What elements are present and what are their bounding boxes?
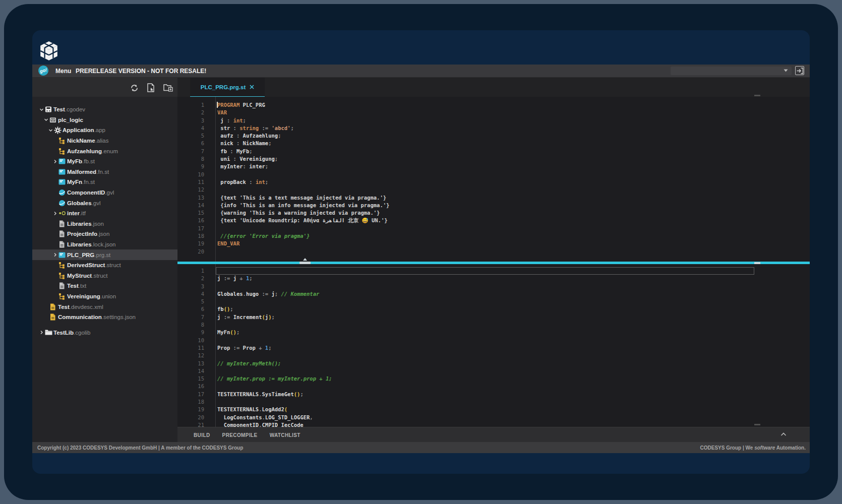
- sidebar: Test.cgodevplc_logicApplication.appNickN…: [32, 77, 177, 442]
- tree-item-extension: .prg.st: [94, 252, 110, 258]
- code-text: fb();: [215, 305, 233, 313]
- indent-spacer: [52, 283, 58, 289]
- open-external-button[interactable]: [795, 66, 804, 75]
- footer-brand-text: CODESYS Group | We software Automation.: [700, 445, 806, 451]
- st-file-icon: [58, 168, 67, 175]
- tree-item-name: DerivedStruct: [67, 262, 105, 268]
- line-number: 15: [177, 375, 215, 383]
- close-icon[interactable]: [250, 85, 254, 89]
- code-line: 10: [177, 337, 810, 344]
- tree-item[interactable]: Aufzaehlung.enum: [32, 146, 177, 156]
- tree-item[interactable]: Libraries.lock.json: [32, 239, 177, 250]
- tree-item[interactable]: Test.txt: [32, 281, 177, 291]
- code-text: [215, 248, 217, 256]
- tree-item[interactable]: Libraries.json: [32, 219, 177, 229]
- globe-icon: [58, 199, 67, 207]
- tab-plc-prg[interactable]: PLC_PRG.prg.st: [190, 78, 265, 97]
- tree-item[interactable]: Communication.settings.json: [32, 312, 177, 323]
- code-text: [215, 337, 217, 344]
- yellow-file-icon: [49, 303, 58, 310]
- menu-button[interactable]: Menu: [55, 65, 71, 77]
- gear-icon: [54, 127, 63, 134]
- chevron-down-icon: [784, 69, 788, 72]
- tree-item[interactable]: MyStruct.struct: [32, 271, 177, 281]
- chevron-right-icon[interactable]: [38, 329, 45, 336]
- code-pane-declarations[interactable]: 1PROGRAM PLC_PRG2VAR3 j : int;4 str : st…: [177, 97, 810, 262]
- code-line: 18: [177, 398, 810, 406]
- code-text: [215, 283, 217, 290]
- st-file-icon: [58, 158, 67, 165]
- chevron-right-icon[interactable]: [52, 251, 58, 258]
- tree-item-extension: .enum: [102, 148, 118, 154]
- new-folder-icon[interactable]: [163, 83, 173, 93]
- chevron-right-icon[interactable]: [52, 210, 58, 217]
- chevron-up-icon[interactable]: [780, 432, 787, 436]
- tree-item-name: Malformed: [67, 169, 96, 175]
- code-text: {info 'This is an info message injected …: [215, 202, 389, 209]
- panel-tab-build[interactable]: BUILD: [194, 432, 210, 438]
- tree-item-name: TestLib: [53, 330, 74, 336]
- st-file-icon: [58, 251, 67, 259]
- code-text: Prop := Prop + 1;: [215, 344, 272, 352]
- code-line: 7j := Increment(j);: [177, 313, 810, 321]
- code-text: ComponentID.CMPID_IecCode: [215, 421, 304, 427]
- code-line: 13 {text 'This is a text message injecte…: [177, 194, 810, 202]
- scrollbar-mark[interactable]: [754, 424, 760, 425]
- tree-item[interactable]: Vereinigung.union: [32, 291, 177, 302]
- tree-item[interactable]: MyFb.fb.st: [32, 156, 177, 167]
- tree-item[interactable]: ComponentID.gvl: [32, 187, 177, 198]
- tree-item[interactable]: Test.cgodev: [32, 104, 177, 115]
- line-number: 12: [177, 186, 215, 194]
- tree-item-extension: .itf: [80, 210, 86, 216]
- tree-item-name: Communication: [58, 314, 102, 320]
- chevron-down-icon[interactable]: [38, 106, 45, 113]
- code-line: 1PROGRAM PLC_PRG: [177, 101, 810, 109]
- tree-item[interactable]: Application.app: [32, 125, 177, 136]
- tree-item[interactable]: NickName.alias: [32, 136, 177, 146]
- tree-item[interactable]: ProjectInfo.json: [32, 229, 177, 239]
- panel-tab-watchlist[interactable]: WATCHLIST: [270, 432, 300, 438]
- tree-item[interactable]: DerivedStruct.struct: [32, 260, 177, 271]
- indent-spacer: [52, 220, 58, 227]
- refresh-icon[interactable]: [129, 83, 139, 93]
- line-number: 3: [177, 117, 215, 124]
- code-text: {text 'Unicode Roundtrip: Aθήνα القاهرة …: [215, 217, 388, 224]
- line-number: 10: [177, 171, 215, 178]
- tree-item[interactable]: Globales.gvl: [32, 198, 177, 208]
- chevron-down-icon[interactable]: [43, 116, 49, 123]
- tree-item[interactable]: PLC_PRG.prg.st: [32, 249, 177, 260]
- code-line: 9MyFn();: [177, 329, 810, 336]
- line-number: 20: [177, 248, 215, 256]
- tree-item-name: plc_logic: [58, 117, 83, 123]
- indent-spacer: [52, 179, 58, 185]
- file-icon: [58, 230, 67, 238]
- tree-item[interactable]: MyFn.fn.st: [32, 177, 177, 187]
- tree-item[interactable]: plc_logic: [32, 115, 177, 125]
- code-line: 9 myInter: inter;: [177, 163, 810, 170]
- new-file-icon[interactable]: [146, 83, 156, 93]
- code-pane-body[interactable]: 12j := j + 1;34Globales.hugo := j; // Ko…: [177, 264, 810, 427]
- tree-item-extension: .struct: [92, 273, 107, 279]
- code-text: // myInter.myMeth();: [215, 360, 281, 367]
- code-line: 18 //{error 'Error via pragma'}: [177, 232, 810, 240]
- code-line: 11 propBack : int;: [177, 178, 810, 186]
- chevron-down-icon[interactable]: [47, 127, 54, 134]
- code-line: 12: [177, 352, 810, 359]
- code-text: [215, 225, 217, 232]
- scrollbar-mark[interactable]: [754, 262, 760, 264]
- tree-item[interactable]: inter.itf: [32, 208, 177, 219]
- menu-dropdown[interactable]: [671, 67, 792, 75]
- indent-spacer: [52, 241, 58, 248]
- panel-tab-precompile[interactable]: PRECOMPILE: [222, 432, 258, 438]
- tree-item[interactable]: TestLib.cgolib: [32, 327, 177, 338]
- chevron-right-icon[interactable]: [52, 158, 58, 165]
- code-text: TESTEXTERNALS.LogAdd2(: [215, 406, 287, 413]
- code-line: 15// myInter.prop := myInter.prop + 1;: [177, 375, 810, 383]
- tree-item-extension: .devdesc.xml: [70, 304, 103, 310]
- tree-item[interactable]: Malformed.fn.st: [32, 167, 177, 177]
- scrollbar-mark[interactable]: [754, 95, 760, 96]
- tree-item[interactable]: Test.devdesc.xml: [32, 301, 177, 312]
- code-line: 12: [177, 186, 810, 194]
- drive-icon: [45, 106, 53, 113]
- code-text: fb : MyFb;: [215, 148, 253, 155]
